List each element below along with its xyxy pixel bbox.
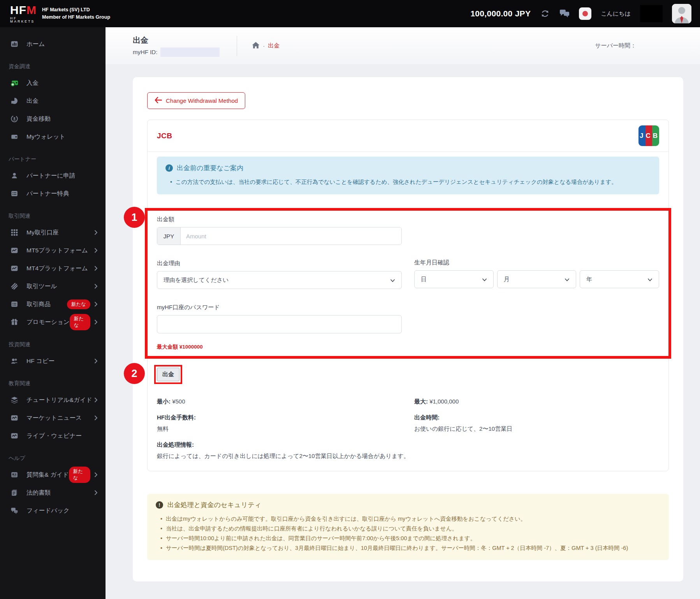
chevron-right-icon	[94, 230, 98, 235]
sidebar-item-mywallet[interactable]: Myウォレット	[0, 128, 106, 146]
info-box-title: 出金前の重要なご案内	[177, 164, 243, 173]
min-value: ¥500	[172, 398, 185, 405]
amount-label: 出金額	[157, 216, 402, 223]
withdrawal-method-card: JCB JCB i 出金前の重要なご案内 この方法での支払いは、当社の要求に応じ…	[147, 120, 669, 471]
layers-icon	[10, 396, 19, 404]
security-bullet: 当社は、出金申請するための情報提出時に口座所有者により行なわれるいかなる誤りにつ…	[156, 524, 660, 534]
new-badge: 新たな	[70, 314, 90, 330]
dob-day-select[interactable]: 日	[414, 270, 494, 288]
amount-input[interactable]	[181, 227, 401, 245]
chevron-down-icon	[390, 277, 395, 284]
sidebar-item-trading-tools[interactable]: 取引ツール	[0, 277, 106, 295]
deposit-icon	[10, 79, 19, 87]
people-icon	[10, 357, 19, 365]
sidebar-section-funding: 資金調達	[0, 53, 106, 74]
chevron-right-icon	[94, 472, 98, 477]
breadcrumb-home-icon[interactable]	[252, 42, 260, 50]
new-badge: 新たな	[67, 300, 90, 309]
pre-withdrawal-info-box: i 出金前の重要なご案内 この方法での支払いは、当社の要求に応じて、不正行為でな…	[157, 157, 659, 194]
reason-select[interactable]: 理由を選択してください	[157, 271, 402, 289]
sidebar-item-mt4[interactable]: MT4プラットフォーム	[0, 259, 106, 277]
security-bullet: サーバー時間10:00より前に申請された出金は、同営業日のサーバー時間午前7:0…	[156, 534, 660, 543]
sidebar-item-partner-apply[interactable]: パートナーに申請	[0, 167, 106, 185]
dob-year-select[interactable]: 年	[580, 270, 659, 288]
sidebar-item-market-news[interactable]: マーケットニュース	[0, 409, 106, 427]
password-input[interactable]	[157, 315, 402, 333]
security-bullet: サーバー時間は夏時間(DST)の対象となっており、3月最終日曜日に始まり、10月…	[156, 543, 660, 553]
sidebar-item-feedback[interactable]: フィードバック	[0, 502, 106, 520]
chevron-right-icon	[94, 415, 98, 421]
currency-prefix: JPY	[157, 227, 181, 245]
change-withdrawal-method-button[interactable]: Change Withdrawal Method	[147, 92, 245, 109]
password-label: myHF口座のパスワード	[157, 304, 402, 311]
chat-icon[interactable]	[559, 9, 570, 19]
faq-card-icon	[10, 470, 19, 479]
redacted-username	[640, 5, 663, 22]
myhf-id-label: myHF ID:	[133, 49, 157, 55]
server-time-label: サーバー時間：	[595, 42, 636, 49]
refresh-icon[interactable]	[540, 9, 550, 19]
content-panel: Change Withdrawal Method JCB JCB i 出金前の重…	[133, 77, 683, 581]
processing-label: 出金処理情報:	[157, 441, 659, 449]
sidebar-item-withdraw[interactable]: 出金	[0, 92, 106, 110]
sidebar-item-mt5[interactable]: MT5プラットフォーム	[0, 241, 106, 259]
sidebar-item-my-accounts[interactable]: My取引口座	[0, 224, 106, 241]
feedback-chat-icon	[10, 506, 19, 515]
new-badge: 新たな	[69, 467, 90, 483]
info-box-bullet: この方法での支払いは、当社の要求に応じて、不正行為でないことを確認するため、強化…	[165, 177, 651, 187]
company-name: HF Markets (SV) LTD	[42, 6, 110, 14]
chevron-right-icon	[94, 301, 98, 307]
account-balance: 100,000.00 JPY	[470, 9, 531, 18]
chart-badge-icon	[10, 246, 19, 255]
sidebar-item-transfer[interactable]: 資金移動	[0, 110, 106, 128]
news-chart-icon	[10, 414, 19, 422]
sidebar-item-trading-products[interactable]: 取引商品 新たな	[0, 295, 106, 313]
time-value: お使いの銀行に応じて、2〜10営業日	[414, 425, 659, 433]
sidebar-item-partner-benefits[interactable]: パートナー特典	[0, 185, 106, 203]
annotation-rect-step2: 出金	[154, 365, 182, 384]
logo-hfm: HFM	[10, 4, 37, 16]
security-box-title: 出金処理と資金のセキュリティ	[167, 500, 261, 509]
person-icon	[10, 171, 19, 180]
time-label: 出金時間:	[414, 414, 659, 421]
breadcrumb: · 出金	[252, 42, 280, 50]
sidebar-section-investing: 投資関連	[0, 331, 106, 352]
withdraw-icon	[10, 97, 19, 105]
user-avatar[interactable]	[672, 4, 691, 23]
sidebar-item-legal-docs[interactable]: 法的書類	[0, 484, 106, 502]
header-divider	[237, 36, 237, 56]
dob-month-select[interactable]: 月	[497, 270, 577, 288]
list-card-icon	[10, 300, 19, 308]
sidebar-item-deposit[interactable]: 入金	[0, 74, 106, 92]
sidebar-item-live-webinars[interactable]: ライブ・ウェビナー	[0, 427, 106, 445]
sidebar-item-promotions[interactable]: プロモーション 新たな	[0, 313, 106, 331]
logo-subtext: HF MARKETS	[10, 17, 37, 23]
chevron-down-icon	[647, 276, 653, 283]
chevron-right-icon	[94, 490, 98, 495]
amount-input-group: JPY	[157, 227, 402, 245]
breadcrumb-separator: ·	[263, 42, 265, 49]
tools-layers-icon	[10, 282, 19, 291]
withdraw-submit-button[interactable]: 出金	[157, 368, 179, 381]
sidebar-nav: ホーム 資金調達 入金 出金 資金移動 Myウォレット パートナー パートナーに…	[0, 27, 106, 599]
japan-flag-circle	[582, 11, 588, 16]
annotation-step-2: 2	[124, 363, 145, 384]
sidebar-item-faq[interactable]: 質問集& ガイド 新たな	[0, 466, 106, 484]
breadcrumb-current[interactable]: 出金	[268, 42, 280, 49]
language-flag-japan[interactable]	[579, 7, 591, 20]
max-amount-note: 最大金額 ¥1000000	[157, 344, 402, 351]
back-arrow-icon	[155, 97, 162, 104]
sidebar-item-hf-copy[interactable]: HF コピー	[0, 352, 106, 370]
sidebar-item-tutorials[interactable]: チュートリアル&ガイド	[0, 391, 106, 409]
sidebar-item-home[interactable]: ホーム	[0, 35, 106, 53]
max-value: ¥1,000,000	[429, 398, 459, 405]
sidebar-section-trading: 取引関連	[0, 203, 106, 224]
page-title: 出金	[133, 35, 220, 46]
brand-logo[interactable]: HFM HF MARKETS HF Markets (SV) LTD Membe…	[0, 4, 106, 23]
max-label: 最大:	[414, 398, 428, 405]
transfer-icon	[10, 115, 19, 123]
chevron-right-icon	[94, 248, 98, 253]
withdrawal-limits: 最小: ¥500 最大: ¥1,000,000 HF出金手数料:無料 出金時間:…	[157, 398, 659, 460]
processing-value: 銀行によっては、カードの引き出しには処理によって2〜10営業日以上かかる場合があ…	[157, 452, 659, 460]
chevron-right-icon	[94, 397, 98, 403]
